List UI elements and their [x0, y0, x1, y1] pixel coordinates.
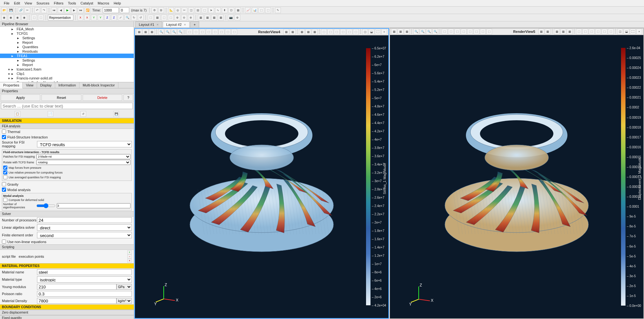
tool-icon[interactable]: ⬚ — [327, 29, 333, 35]
tool-icon[interactable]: ⬚ — [448, 29, 454, 34]
add-layout-tab[interactable]: + — [190, 21, 199, 27]
modal-compute-deformed-checkbox[interactable] — [3, 198, 7, 202]
tool-icon[interactable]: ⬚ — [31, 15, 37, 20]
bc-fixed-quantity[interactable]: Fixed quantity — [0, 315, 134, 319]
tool-icon[interactable]: ⬚ — [480, 29, 486, 34]
tool-icon[interactable]: ◉ — [1, 15, 7, 20]
tool-icon[interactable]: ▦ — [545, 29, 550, 34]
tool-icon[interactable]: ⊕ — [235, 15, 240, 20]
tool-icon[interactable]: ▦ — [283, 29, 289, 35]
section-solver[interactable]: Solver — [0, 211, 134, 217]
split-h-icon[interactable]: ◫ — [362, 29, 368, 35]
tool-icon[interactable]: ⬚ — [199, 29, 205, 35]
visibility-eye-icon[interactable]: ● — [7, 76, 11, 80]
tool-icon[interactable]: ⬚ — [595, 29, 601, 34]
tool-icon[interactable]: 🔍 — [432, 29, 438, 34]
tool-icon[interactable]: 🔍 — [158, 29, 164, 35]
vcr-last-icon[interactable]: ⏭ — [78, 7, 84, 13]
pipeline-item[interactable]: ●▸tcaecase1.foam — [0, 67, 134, 71]
fsi-patches-select[interactable]: 2-blade-rst — [36, 154, 131, 159]
tool-icon[interactable]: ▦ — [205, 15, 210, 20]
modal-eigen-input[interactable] — [57, 203, 131, 208]
tool-icon[interactable]: ▦ — [560, 29, 566, 34]
save-defaults-icon[interactable]: 💾 — [113, 111, 119, 117]
disconnect-icon[interactable]: ✂ — [25, 7, 30, 13]
histogram-icon[interactable]: 📊 — [252, 7, 258, 13]
tool-icon[interactable]: ⚙ — [152, 7, 157, 13]
pipeline-item[interactable]: ▸Residuals — [0, 49, 134, 54]
axis-z-plus-icon[interactable]: Z — [104, 15, 110, 20]
time-value-input[interactable] — [103, 7, 119, 13]
select-cells-icon[interactable]: ▦ — [154, 15, 160, 20]
split-v-icon[interactable]: ⬓ — [369, 29, 374, 35]
pipeline-item[interactable]: ▸Report — [0, 40, 134, 45]
tool-icon[interactable]: ▦ — [218, 15, 224, 20]
visibility-eye-icon[interactable]: ● — [7, 72, 11, 76]
pipeline-item[interactable]: ▸TCFD1 — [0, 31, 134, 36]
properties-search-input[interactable] — [1, 103, 133, 109]
tool-icon[interactable]: ⬚ — [193, 29, 199, 35]
section-fea-analysis[interactable]: FEA analysis — [0, 123, 134, 129]
menu-catalyst[interactable]: Catalyst — [79, 1, 95, 6]
tool-icon[interactable]: 🔍 — [426, 29, 432, 34]
screenshot-icon[interactable]: 📷 — [228, 15, 234, 20]
tool-icon[interactable]: ◉ — [21, 15, 27, 20]
pipeline-item[interactable]: ●▸Clip1 — [0, 71, 134, 76]
section-material[interactable]: MATERIAL PROPERTIES — [0, 263, 134, 269]
redo-icon[interactable]: ↷ — [41, 7, 47, 13]
tool-icon[interactable]: ▦ — [312, 29, 318, 35]
close-tab-icon[interactable]: × — [184, 23, 186, 26]
linalg-select[interactable]: direct — [37, 224, 132, 231]
vcr-loop-icon[interactable]: 🔁 — [85, 7, 90, 13]
tool-icon[interactable]: ⬚ — [589, 29, 595, 34]
layout-tab[interactable]: Layout #1 × — [135, 21, 162, 27]
tool-icon[interactable]: ⬚ — [582, 29, 588, 34]
pipeline-item[interactable]: ●▸Francis-runner-solid.stl — [0, 76, 134, 80]
time-index-input[interactable] — [120, 7, 129, 13]
tool-icon[interactable]: ⬚ — [467, 29, 473, 34]
tab-information[interactable]: Information — [55, 82, 79, 88]
tool-icon[interactable]: ▦ — [305, 29, 311, 35]
connect-icon[interactable]: 🔗 — [18, 7, 24, 13]
vcr-first-icon[interactable]: ⏮ — [51, 7, 57, 13]
feorder-select[interactable]: second — [37, 232, 132, 238]
tool-icon[interactable]: ⬚ — [334, 29, 340, 35]
fsi-checkbox[interactable] — [2, 135, 6, 139]
calculator-icon[interactable]: 📐 — [168, 7, 174, 13]
tool-icon[interactable]: ▦ — [391, 29, 397, 34]
fsi-avg-quant-checkbox[interactable] — [3, 175, 7, 179]
tool-icon[interactable]: ⬚ — [340, 29, 346, 35]
pipeline-item[interactable]: ▸Report — [0, 63, 134, 67]
split-v-icon[interactable]: ⬓ — [624, 29, 629, 34]
menu-edit[interactable]: Edit — [12, 1, 22, 6]
add-script-icon[interactable]: + — [127, 250, 132, 254]
pipeline-item[interactable]: ▸FEA_Mesh — [0, 27, 134, 31]
glyph-icon[interactable]: ➤ — [208, 7, 214, 13]
tool-icon[interactable]: ⬚ — [231, 29, 237, 35]
nonlinear-checkbox[interactable] — [2, 240, 6, 244]
close-view-icon[interactable]: × — [381, 29, 387, 35]
tool-icon[interactable]: ⊕ — [175, 15, 180, 20]
tool-icon[interactable]: ▦ — [404, 29, 410, 34]
tool-icon[interactable]: ⊞ — [158, 7, 164, 13]
tab-properties[interactable]: Properties — [0, 82, 23, 88]
split-h-icon[interactable]: ◫ — [617, 29, 623, 34]
reset-button[interactable]: Reset — [41, 94, 81, 101]
slice-icon[interactable]: ◫ — [188, 7, 194, 13]
young-input[interactable] — [37, 284, 116, 290]
nproc-input[interactable] — [37, 217, 132, 223]
render-canvas[interactable]: X Y Z – 6.5e+07– 6.2e+7– 6e+7– 5.6e+7– 5… — [135, 35, 388, 318]
tool-icon[interactable]: ▦ — [198, 15, 204, 20]
help-button[interactable]: ? — [124, 94, 133, 101]
mat-type-select[interactable]: isotropic — [37, 276, 132, 283]
pipeline-tree[interactable]: ▸FEA_Mesh▸TCFD1▸Settings▸Report▸Quantiti… — [0, 27, 134, 82]
fsi-rotate-select[interactable]: rotating — [36, 160, 131, 165]
close-tab-icon[interactable]: × — [156, 23, 158, 26]
tool-icon[interactable]: ⬚ — [219, 29, 224, 35]
thermal-checkbox[interactable] — [2, 130, 6, 134]
tool-icon[interactable]: ⬚ — [206, 29, 212, 35]
stream-icon[interactable]: ∿ — [215, 7, 221, 13]
tool-icon[interactable]: ⬚ — [212, 29, 218, 35]
remove-all-scripts-icon[interactable]: × — [127, 259, 132, 263]
select-points-icon[interactable]: ⬚ — [148, 15, 154, 20]
